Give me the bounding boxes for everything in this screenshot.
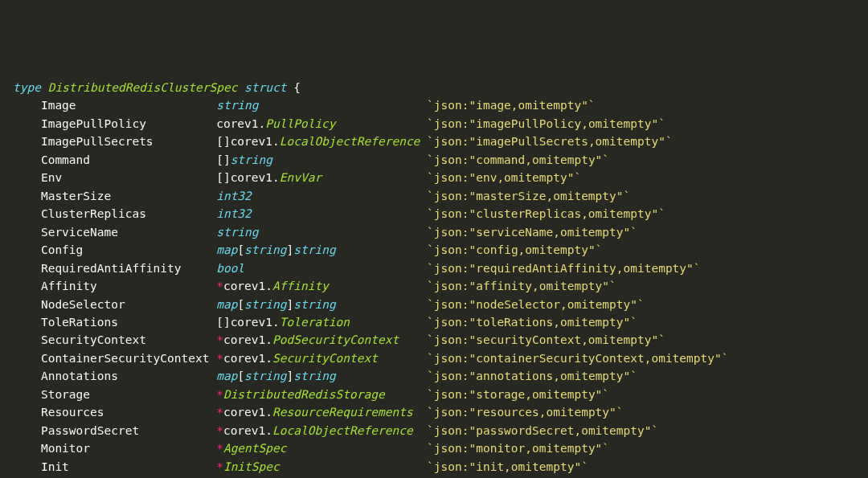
field-name: Monitor	[41, 442, 216, 455]
type-token: string	[216, 226, 258, 239]
json-tag: `json:"command,omitempty"`	[427, 153, 609, 166]
field-name: NodeSelector	[41, 298, 216, 311]
type-token: *	[216, 460, 223, 473]
field-row: SecurityContext *corev1.PodSecurityConte…	[13, 331, 855, 349]
json-tag: `json:"toleRations,omitempty"`	[427, 316, 637, 329]
field-name: ImagePullPolicy	[41, 117, 216, 130]
type-token: map	[216, 370, 237, 382]
type-token: PullPolicy	[265, 117, 335, 130]
type-token: *	[216, 333, 223, 346]
type-token: *	[216, 406, 223, 419]
field-name: Storage	[41, 388, 216, 401]
type-token: corev1.	[223, 352, 272, 365]
type-token: map	[216, 298, 237, 311]
type-token: AgentSpec	[223, 442, 287, 455]
field-name: Init	[41, 460, 216, 473]
type-token: *	[216, 442, 223, 455]
field-row: Monitor *AgentSpec `json:"monitor,omitem…	[13, 439, 855, 457]
field-name: MasterSize	[41, 190, 216, 202]
type-token: PodSecurityContext	[272, 333, 399, 346]
type-token: ]	[287, 298, 294, 311]
field-name: Image	[41, 99, 216, 112]
type-token: []corev1.	[216, 171, 280, 184]
field-row: MasterSize int32 `json:"masterSize,omite…	[13, 187, 855, 205]
type-token: string	[216, 99, 258, 112]
json-tag: `json:"annotations,omitempty"`	[427, 370, 637, 382]
type-token: *	[216, 280, 223, 292]
field-row: Config map[string]string `json:"config,o…	[13, 241, 855, 259]
field-row: ServiceName string `json:"serviceName,om…	[13, 223, 855, 241]
type-token: string	[293, 243, 335, 256]
json-tag: `json:"clusterReplicas,omitempty"`	[427, 207, 665, 220]
field-name: ToleRations	[41, 316, 216, 329]
type-token: string	[244, 243, 286, 256]
json-tag: `json:"imagePullSecrets,omitempty"`	[427, 135, 673, 148]
type-token: LocalObjectReference	[280, 135, 420, 148]
field-name: Env	[41, 171, 216, 184]
field-row: Resources *corev1.ResourceRequirements `…	[13, 403, 855, 421]
field-name: RequiredAntiAffinity	[41, 262, 216, 275]
json-tag: `json:"nodeSelector,omitempty"`	[427, 298, 645, 311]
json-tag: `json:"config,omitempty"`	[427, 243, 602, 256]
type-token: *	[216, 388, 223, 401]
type-token: ]	[287, 370, 294, 382]
json-tag: `json:"image,omitempty"`	[427, 99, 596, 112]
field-row: ImagePullPolicy corev1.PullPolicy `json:…	[13, 115, 855, 133]
field-name: ServiceName	[41, 226, 216, 239]
json-tag: `json:"monitor,omitempty"`	[427, 442, 609, 455]
type-token: [	[237, 298, 244, 311]
field-name: Resources	[41, 406, 216, 419]
type-token: []corev1.	[216, 135, 280, 148]
struct-header: type DistributedRedisClusterSpec struct …	[13, 79, 855, 96]
field-row: Command []string `json:"command,omitempt…	[13, 151, 855, 169]
type-token: ]	[287, 243, 294, 256]
type-token: int32	[216, 190, 252, 202]
field-row: Storage *DistributedRedisStorage `json:"…	[13, 386, 855, 403]
field-row: ToleRations []corev1.Toleration `json:"t…	[13, 313, 855, 331]
json-tag: `json:"masterSize,omitempty"`	[427, 190, 630, 202]
type-token: bool	[216, 262, 244, 275]
type-token: corev1.	[223, 406, 272, 419]
type-token: []corev1.	[216, 316, 280, 329]
field-row: ImagePullSecrets []corev1.LocalObjectRef…	[13, 133, 855, 150]
type-token: [	[237, 243, 244, 256]
json-tag: `json:"init,omitempty"`	[427, 460, 588, 473]
type-token: *	[216, 424, 223, 437]
field-name: ContainerSecurityContext	[41, 352, 216, 365]
field-name: SecurityContext	[41, 333, 216, 346]
struct-name: DistributedRedisClusterSpec	[48, 81, 238, 94]
type-token: string	[244, 370, 286, 382]
json-tag: `json:"affinity,omitempty"`	[427, 280, 616, 292]
type-token: corev1.	[216, 117, 265, 130]
json-tag: `json:"passwordSecret,omitempty"`	[427, 424, 658, 437]
type-token: InitSpec	[223, 460, 280, 473]
field-name: Annotations	[41, 370, 216, 382]
type-token: string	[293, 370, 335, 382]
json-tag: `json:"storage,omitempty"`	[427, 388, 609, 401]
field-row: Affinity *corev1.Affinity `json:"affinit…	[13, 277, 855, 295]
type-token: []	[216, 153, 230, 166]
type-keyword: type	[13, 81, 41, 94]
field-name: ClusterReplicas	[41, 207, 216, 220]
json-tag: `json:"resources,omitempty"`	[427, 406, 623, 419]
json-tag: `json:"serviceName,omitempty"`	[427, 226, 637, 239]
field-name: Command	[41, 153, 216, 166]
field-list: Image string `json:"image,omitempty"` Im…	[13, 96, 855, 478]
field-row: RequiredAntiAffinity bool `json:"require…	[13, 259, 855, 277]
type-token: int32	[216, 207, 252, 220]
field-row: Init *InitSpec `json:"init,omitempty"`	[13, 458, 855, 476]
type-token: string	[244, 298, 286, 311]
type-token: map	[216, 243, 237, 256]
type-token: corev1.	[223, 424, 272, 437]
json-tag: `json:"requiredAntiAffinity,omitempty"`	[427, 262, 700, 275]
field-row: ClusterReplicas int32 `json:"clusterRepl…	[13, 205, 855, 223]
struct-keyword: struct	[244, 81, 286, 94]
type-token: corev1.	[223, 280, 272, 292]
json-tag: `json:"env,omitempty"`	[427, 171, 581, 184]
type-token: SecurityContext	[272, 352, 378, 365]
type-token: Toleration	[280, 316, 350, 329]
field-name: Affinity	[41, 280, 216, 292]
type-token: LocalObjectReference	[272, 424, 413, 437]
json-tag: `json:"securityContext,omitempty"`	[427, 333, 665, 346]
field-row: ContainerSecurityContext *corev1.Securit…	[13, 349, 855, 367]
